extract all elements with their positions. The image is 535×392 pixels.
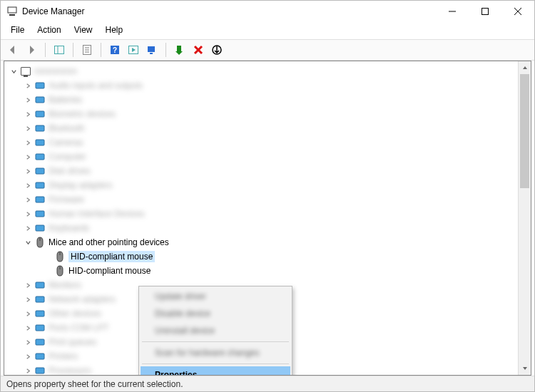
mouse-icon (34, 237, 46, 248)
update-driver-button[interactable] (172, 42, 188, 58)
tree-category-blurred[interactable]: Keyboards (4, 221, 518, 235)
chevron-right-icon[interactable] (23, 152, 33, 162)
svg-rect-21 (36, 111, 44, 117)
chevron-right-icon[interactable] (23, 195, 33, 205)
device-category-icon (34, 322, 46, 334)
chevron-right-icon[interactable] (23, 337, 33, 347)
ctx-uninstall-device[interactable]: Uninstall device (141, 322, 290, 339)
tree-root[interactable]: mmmmmm (4, 64, 518, 78)
device-category-icon (34, 294, 46, 305)
mouse-icon (54, 265, 66, 277)
svg-rect-26 (36, 182, 44, 188)
tree-category-blurred[interactable]: Audio inputs and outputs (4, 78, 518, 93)
category-label-blurred: Display adapters (49, 180, 112, 190)
disable-button[interactable] (209, 42, 225, 58)
scan-hardware-button[interactable] (144, 42, 160, 58)
chevron-right-icon[interactable] (23, 323, 33, 333)
chevron-right-icon[interactable] (23, 351, 33, 361)
menu-view[interactable]: View (68, 24, 98, 36)
close-button[interactable] (501, 1, 534, 22)
device-category-icon (34, 351, 46, 362)
context-menu: Update driver Disable device Uninstall d… (138, 286, 292, 376)
menu-action[interactable]: Action (31, 24, 66, 36)
tree-category-blurred[interactable]: Biometric devices (4, 107, 518, 121)
scroll-thumb[interactable] (520, 74, 529, 188)
device-manager-window: Device Manager File Action View Help ? (0, 0, 535, 392)
svg-rect-28 (36, 211, 44, 217)
category-label-blurred: Keyboards (49, 223, 89, 233)
device-category-icon (34, 194, 46, 205)
tree-device-hid-mouse[interactable]: HID-compliant mouse (4, 264, 518, 278)
ctx-update-driver[interactable]: Update driver (141, 288, 290, 305)
chevron-down-icon[interactable] (9, 66, 19, 76)
device-category-icon (34, 94, 46, 105)
svg-rect-35 (36, 311, 44, 316)
app-icon (6, 6, 18, 17)
category-label-blurred: Ports COM LPT (49, 323, 109, 333)
tree-category-blurred[interactable]: Firmware (4, 192, 518, 207)
svg-text:?: ? (113, 46, 117, 54)
chevron-right-icon[interactable] (23, 109, 33, 119)
uninstall-button[interactable] (190, 42, 206, 58)
back-button[interactable] (5, 42, 21, 58)
chevron-right-icon[interactable] (23, 180, 33, 190)
minimize-button[interactable] (436, 1, 469, 22)
tree-category-blurred[interactable]: Human Interface Devices (4, 207, 518, 221)
tree-category-blurred[interactable]: Batteries (4, 93, 518, 107)
svg-rect-33 (36, 282, 44, 288)
menu-file[interactable]: File (5, 24, 30, 36)
category-label-blurred: Processors (49, 366, 91, 375)
svg-rect-20 (36, 97, 44, 103)
show-hide-tree-button[interactable] (51, 42, 67, 58)
category-label-blurred: Cameras (49, 138, 83, 148)
tree-category-blurred[interactable]: Cameras (4, 135, 518, 150)
toolbar-separator (165, 43, 166, 57)
tree-category-blurred[interactable]: Computer (4, 150, 518, 164)
menu-help[interactable]: Help (100, 24, 129, 36)
toolbar-separator (101, 43, 101, 57)
forward-button[interactable] (24, 42, 39, 58)
chevron-right-icon[interactable] (23, 366, 33, 375)
chevron-right-icon[interactable] (23, 81, 33, 91)
tree-category-mice[interactable]: Mice and other pointing devices (4, 235, 518, 249)
chevron-right-icon[interactable] (23, 209, 33, 219)
vertical-scrollbar[interactable] (518, 61, 531, 375)
category-label-blurred: Disk drives (49, 166, 91, 176)
tree-category-blurred[interactable]: Bluetooth (4, 121, 518, 135)
ctx-properties-label: Properties (155, 370, 197, 376)
chevron-right-icon[interactable] (23, 166, 33, 176)
maximize-button[interactable] (469, 1, 501, 22)
device-category-icon (34, 108, 46, 120)
properties-button[interactable] (79, 42, 95, 58)
tree-category-blurred[interactable]: Disk drives (4, 164, 518, 178)
category-label-blurred: Human Interface Devices (49, 209, 145, 219)
action-button[interactable] (126, 42, 141, 58)
chevron-right-icon[interactable] (23, 294, 33, 304)
tree-category-blurred[interactable]: Display adapters (4, 178, 518, 192)
ctx-disable-device[interactable]: Disable device (141, 305, 290, 322)
tree-device-hid-mouse[interactable]: HID-compliant mouse (4, 249, 518, 264)
svg-rect-36 (36, 325, 44, 331)
chevron-right-icon[interactable] (23, 309, 33, 319)
window-title: Device Manager (22, 6, 84, 16)
chevron-right-icon[interactable] (23, 138, 33, 148)
chevron-right-icon[interactable] (23, 123, 33, 133)
svg-rect-23 (36, 140, 44, 145)
help-button[interactable]: ? (107, 42, 123, 58)
category-label-blurred: Bluetooth (49, 123, 85, 133)
chevron-right-icon[interactable] (23, 223, 33, 233)
chevron-right-icon[interactable] (23, 95, 33, 105)
device-category-icon (34, 336, 46, 348)
toolbar: ? (1, 39, 534, 61)
scroll-up-icon[interactable] (519, 61, 531, 74)
device-category-icon (34, 151, 46, 163)
chevron-down-icon[interactable] (23, 237, 33, 247)
device-category-icon (34, 165, 46, 177)
category-label-blurred: Firmware (49, 195, 84, 205)
menubar: File Action View Help (1, 22, 534, 39)
chevron-right-icon[interactable] (23, 280, 33, 290)
scroll-down-icon[interactable] (519, 362, 531, 375)
category-label-blurred: Computer (49, 152, 86, 162)
ctx-properties[interactable]: Properties (141, 366, 290, 376)
ctx-scan-hardware[interactable]: Scan for hardware changes (141, 344, 290, 361)
